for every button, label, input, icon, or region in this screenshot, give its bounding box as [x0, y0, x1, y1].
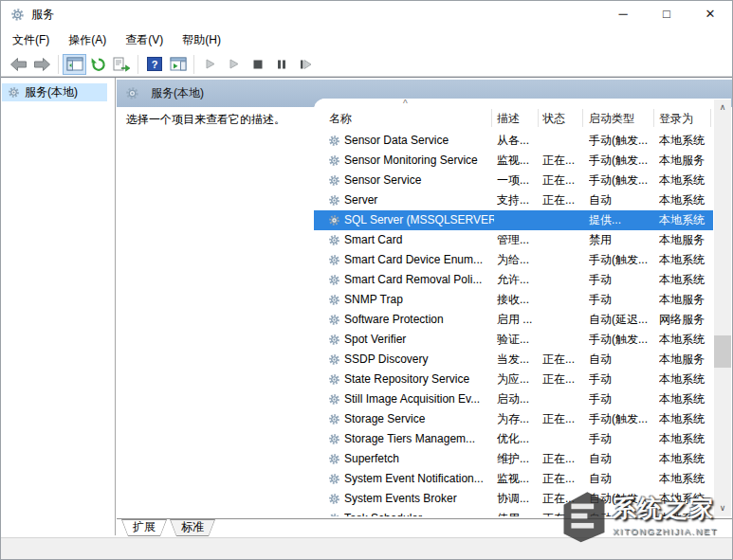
view-tabstrip: 扩展 标准	[117, 518, 732, 537]
service-status	[542, 250, 586, 270]
table-row[interactable]: Server 支持... 正在... 自动 本地系统	[314, 190, 713, 210]
service-startup-type: 自动(延迟...	[589, 310, 657, 330]
menubar: 文件(F) 操作(A) 查看(V) 帮助(H)	[1, 27, 732, 52]
menu-file[interactable]: 文件(F)	[3, 28, 59, 52]
service-startup-type: 手动	[589, 429, 657, 449]
sidebar-item-services-local[interactable]: 服务(本地)	[2, 83, 107, 101]
table-row[interactable]: Still Image Acquisition Ev... 启动... 手动 本…	[314, 389, 713, 409]
service-logon-as: 本地服务	[659, 151, 712, 171]
service-description	[497, 210, 541, 230]
service-gear-icon	[328, 135, 340, 147]
start-service-icon[interactable]	[198, 54, 222, 75]
tab-standard[interactable]: 标准	[170, 519, 215, 536]
column-header-name[interactable]: 名称	[329, 111, 352, 127]
column-separator[interactable]	[538, 109, 539, 127]
scrollbar-thumb[interactable]	[714, 335, 731, 368]
table-row[interactable]: Spot Verifier 验证... 手动(触发... 本地系统	[314, 330, 713, 350]
service-gear-icon	[328, 473, 340, 485]
service-status	[542, 389, 586, 409]
service-name: Software Protection	[344, 310, 494, 330]
service-gear-icon	[328, 154, 340, 167]
show-console-tree-icon[interactable]	[63, 54, 86, 75]
table-row[interactable]: SQL Server (MSSQLSERVER) 提供... 本地系统	[314, 210, 713, 230]
table-row[interactable]: Smart Card Device Enum... 为给... 手动(触发...…	[314, 250, 713, 270]
minimize-button[interactable]: ─	[601, 1, 645, 27]
sidebar-item-label: 服务(本地)	[25, 84, 78, 100]
menu-action[interactable]: 操作(A)	[59, 28, 116, 52]
column-header-status[interactable]: 状态	[542, 111, 565, 127]
service-description: 协调...	[497, 489, 541, 509]
resume-service-icon[interactable]	[222, 54, 246, 75]
column-separator[interactable]	[710, 109, 711, 127]
service-status	[542, 290, 586, 310]
table-row[interactable]: SNMP Trap 接收... 手动 本地服务	[314, 290, 713, 310]
service-name: Sensor Monitoring Service	[344, 151, 494, 171]
service-logon-as: 本地服务	[659, 350, 712, 370]
menu-help[interactable]: 帮助(H)	[173, 28, 230, 52]
service-gear-icon	[328, 353, 340, 366]
table-row[interactable]: Task Scheduler 使用... 正在... 自动 本地系统	[314, 509, 713, 516]
tab-extended[interactable]: 扩展	[121, 519, 167, 536]
service-startup-type: 手动(触发...	[589, 250, 657, 270]
service-status	[542, 310, 586, 330]
scroll-down-icon[interactable]: ∨	[714, 500, 731, 516]
table-row[interactable]: System Events Broker 协调... 正在... 自动(触发..…	[314, 489, 713, 509]
service-gear-icon	[328, 174, 340, 187]
table-row[interactable]: Software Protection 启用 ... 自动(延迟... 网络服务	[314, 310, 713, 330]
service-name: Smart Card Removal Poli...	[344, 270, 494, 290]
service-gear-icon	[328, 214, 340, 226]
back-icon[interactable]	[7, 54, 30, 75]
service-name: Smart Card	[344, 230, 494, 250]
maximize-button[interactable]: □	[645, 1, 688, 27]
service-startup-type: 手动	[589, 290, 657, 310]
service-description: 一项...	[497, 171, 541, 190]
services-panel: 服务(本地) 选择一个项目来查看它的描述。 名称 描述 状态 启动类型 登录为 …	[117, 78, 732, 535]
service-gear-icon	[328, 453, 340, 465]
restart-service-icon[interactable]	[293, 54, 317, 75]
column-separator[interactable]	[491, 109, 492, 127]
table-row[interactable]: System Event Notification... 监视... 正在...…	[314, 469, 713, 489]
refresh-icon[interactable]	[86, 54, 110, 75]
table-row[interactable]: State Repository Service 为应... 正在... 手动 …	[314, 370, 713, 389]
column-separator[interactable]	[653, 109, 654, 127]
help-icon[interactable]: ?	[142, 54, 166, 75]
stop-service-icon[interactable]	[246, 54, 269, 75]
service-name: Server	[344, 190, 494, 210]
service-name: System Event Notification...	[344, 469, 494, 489]
table-row[interactable]: Smart Card Removal Poli... 允许... 手动 本地系统	[314, 270, 713, 290]
table-row[interactable]: Sensor Monitoring Service 监视... 正在... 手动…	[314, 151, 713, 171]
service-name: Storage Service	[344, 409, 494, 429]
table-row[interactable]: Storage Service 为存... 正在... 手动(触发... 本地系…	[314, 409, 713, 429]
service-description: 监视...	[497, 151, 541, 171]
scroll-up-icon[interactable]: ∧	[714, 99, 731, 116]
column-separator[interactable]	[582, 109, 583, 127]
table-row[interactable]: SSDP Discovery 当发... 正在... 自动 本地服务	[314, 350, 713, 370]
toolbar-separator	[137, 55, 138, 74]
table-row[interactable]: Storage Tiers Managem... 优化... 手动 本地系统	[314, 429, 713, 449]
pause-service-icon[interactable]	[269, 54, 293, 75]
service-status: 正在...	[542, 409, 586, 429]
service-startup-type: 手动(触发...	[589, 330, 657, 350]
toolbar-separator	[58, 55, 59, 74]
table-row[interactable]: Smart Card 管理... 禁用 本地服务	[314, 230, 713, 250]
description-hint: 选择一个项目来查看它的描述。	[126, 112, 285, 128]
service-gear-icon	[328, 513, 340, 516]
service-logon-as: 本地系统	[659, 489, 712, 509]
column-header-startup-type[interactable]: 启动类型	[589, 111, 634, 127]
service-gear-icon	[328, 433, 340, 445]
column-header-description[interactable]: 描述	[497, 111, 520, 127]
table-row[interactable]: Sensor Data Service 从各... 手动(触发... 本地系统	[314, 131, 713, 151]
window-title: 服务	[31, 7, 54, 23]
show-action-pane-icon[interactable]	[166, 54, 190, 75]
service-description: 启用 ...	[497, 310, 541, 330]
column-header-logon-as[interactable]: 登录为	[659, 111, 693, 127]
table-row[interactable]: Sensor Service 一项... 正在... 手动(触发... 本地系统	[314, 171, 713, 190]
menu-view[interactable]: 查看(V)	[116, 28, 173, 52]
forward-icon[interactable]	[30, 54, 54, 75]
service-startup-type: 手动	[589, 370, 657, 389]
close-button[interactable]: ✕	[688, 1, 732, 27]
vertical-scrollbar[interactable]: ∧ ∨	[714, 99, 731, 516]
export-list-icon[interactable]	[110, 54, 134, 75]
service-description: 维护...	[497, 449, 541, 469]
table-row[interactable]: Superfetch 维护... 正在... 自动 本地系统	[314, 449, 713, 469]
